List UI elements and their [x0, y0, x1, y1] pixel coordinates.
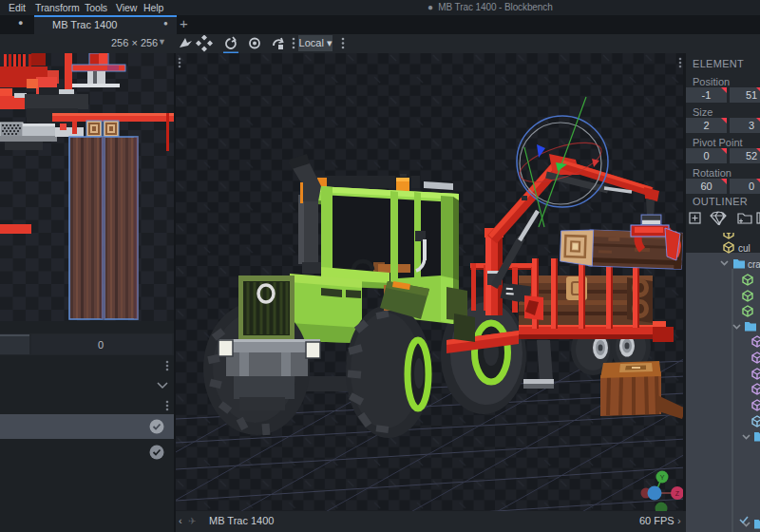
svg-text:Y: Y	[660, 474, 665, 481]
svg-text:cul: cul	[738, 243, 750, 254]
svg-text:Z: Z	[675, 490, 680, 497]
svg-text:cra: cra	[748, 259, 760, 270]
svg-text:0: 0	[98, 339, 104, 351]
